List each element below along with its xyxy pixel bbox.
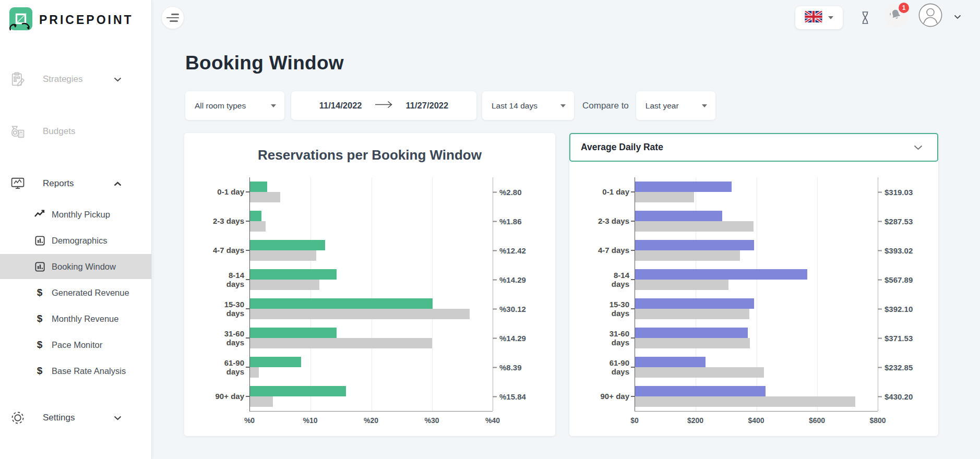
compare-to-select[interactable]: Last year xyxy=(636,91,715,120)
bar-current-period xyxy=(250,357,301,367)
sidebar-item-reports[interactable]: Reports xyxy=(0,169,151,198)
sidebar-item-budgets[interactable]: Budgets xyxy=(0,117,151,146)
value-tick xyxy=(493,191,497,192)
bar-last-year xyxy=(635,367,764,378)
value-tick xyxy=(493,250,497,251)
category-label: 8-14 days xyxy=(567,271,629,289)
sidebar-item-monthly-pickup[interactable]: Monthly Pickup xyxy=(0,202,151,227)
date-from-input[interactable]: 11/14/2022 xyxy=(319,101,362,111)
hourglass-icon[interactable] xyxy=(859,11,871,27)
sidebar-item-label: Pace Monitor xyxy=(52,340,102,350)
sidebar-item-demographics[interactable]: Demographics xyxy=(0,228,151,253)
dropdown-arrow-icon xyxy=(828,16,833,19)
chart-row: 2-3 days$287.53 xyxy=(635,207,878,236)
bar-current-period xyxy=(635,298,754,309)
sidebar-item-base-rate-analysis[interactable]: $ Base Rate Analysis xyxy=(0,358,151,383)
bar-current-period xyxy=(635,386,766,396)
category-label: 90+ day xyxy=(567,392,629,401)
value-label: $319.03 xyxy=(878,188,913,197)
room-type-value: All room types xyxy=(195,101,246,111)
x-axis-tick-label: %20 xyxy=(364,416,378,425)
money-bag-calculator-icon xyxy=(7,123,28,140)
room-type-select[interactable]: All room types xyxy=(185,91,284,120)
x-axis-tick-label: %0 xyxy=(244,416,255,425)
bar-last-year xyxy=(250,338,432,348)
sidebar-item-generated-revenue[interactable]: $ Generated Revenue xyxy=(0,280,151,305)
axis-tick xyxy=(246,250,250,251)
dollar-icon: $ xyxy=(33,339,46,351)
value-label: %2.80 xyxy=(493,188,522,197)
chart-row: 90+ day$430.20 xyxy=(635,382,878,411)
filter-bar: All room types 11/14/2022 11/27/2022 Las… xyxy=(185,91,715,120)
page-title: Booking Window xyxy=(185,52,344,74)
bar-current-period xyxy=(250,298,433,309)
value-text: %15.84 xyxy=(499,392,526,401)
metric-select[interactable]: Average Daily Rate xyxy=(569,133,938,162)
category-label: 4-7 days xyxy=(182,246,244,255)
bar-current-period xyxy=(635,182,732,192)
category-label: 31-60 days xyxy=(567,329,629,347)
user-avatar[interactable] xyxy=(918,3,942,29)
category-label: 31-60 days xyxy=(182,329,244,347)
value-label: $567.89 xyxy=(878,275,913,284)
notifications-button[interactable]: 1 xyxy=(884,4,908,28)
value-tick xyxy=(878,337,882,339)
category-label: 0-1 day xyxy=(567,187,629,196)
sidebar-item-label: Settings xyxy=(43,413,75,423)
language-selector[interactable] xyxy=(795,6,843,29)
value-text: %1.86 xyxy=(499,217,522,226)
notification-badge: 1 xyxy=(899,3,909,13)
value-text: %8.39 xyxy=(499,363,522,372)
axis-tick xyxy=(246,191,250,192)
chart-plot-area: 0-1 day$319.032-3 days$287.534-7 days$39… xyxy=(635,177,878,412)
chart-row: 4-7 days%12.42 xyxy=(250,236,493,265)
bar-current-period xyxy=(635,328,748,338)
sidebar-item-label: Monthly Revenue xyxy=(52,314,118,324)
uk-flag-icon xyxy=(805,11,822,25)
sidebar: PRICEPOINT Strategies xyxy=(0,0,152,459)
category-label: 8-14 days xyxy=(182,271,244,289)
x-axis-tick-label: %10 xyxy=(303,416,317,425)
bar-last-year xyxy=(635,396,855,407)
bar-current-period xyxy=(635,211,722,221)
compare-to-value: Last year xyxy=(646,101,679,111)
chevron-up-icon xyxy=(114,179,122,188)
sidebar-item-booking-window[interactable]: Booking Window xyxy=(0,254,151,279)
value-text: $232.85 xyxy=(885,363,913,372)
x-axis-tick-label: $600 xyxy=(809,416,825,425)
user-menu-chevron-icon[interactable] xyxy=(954,12,961,21)
value-text: $567.89 xyxy=(885,275,913,284)
chart-plot-area: 0-1 day%2.802-3 days%1.864-7 days%12.428… xyxy=(249,177,493,412)
date-to-input[interactable]: 11/27/2022 xyxy=(406,101,449,111)
value-label: $430.20 xyxy=(878,392,913,401)
gear-icon xyxy=(7,409,28,426)
right-arrow-icon xyxy=(375,101,393,111)
category-label: 2-3 days xyxy=(182,216,244,225)
gridline xyxy=(493,177,493,411)
trend-line-icon xyxy=(33,208,46,221)
chevron-down-icon xyxy=(914,143,923,152)
value-tick xyxy=(878,396,882,397)
sidebar-item-pace-monitor[interactable]: $ Pace Monitor xyxy=(0,332,151,357)
sidebar-item-monthly-revenue[interactable]: $ Monthly Revenue xyxy=(0,306,151,331)
date-range-picker[interactable]: 11/14/2022 11/27/2022 xyxy=(291,91,476,120)
value-label: $232.85 xyxy=(878,363,913,372)
sidebar-item-label: Generated Revenue xyxy=(52,288,129,298)
sidebar-item-settings[interactable]: Settings xyxy=(0,403,151,432)
chart-row: 2-3 days%1.86 xyxy=(250,207,493,236)
date-preset-select[interactable]: Last 14 days xyxy=(482,91,574,120)
value-text: $430.20 xyxy=(885,392,913,401)
axis-tick xyxy=(631,279,635,280)
hamburger-menu-button[interactable] xyxy=(161,6,184,29)
bar-last-year xyxy=(250,367,259,378)
clipped-swap-arrows-icon xyxy=(7,21,35,32)
average-daily-rate-chart: 0-1 day$319.032-3 days$287.534-7 days$39… xyxy=(569,177,938,428)
sidebar-item-label: Strategies xyxy=(43,74,83,84)
axis-tick xyxy=(246,367,250,368)
value-label: $371.53 xyxy=(878,334,913,343)
sidebar-item-label: Budgets xyxy=(43,126,75,137)
chart-row: 0-1 day%2.80 xyxy=(250,177,493,207)
chart-row: 15-30 days%30.12 xyxy=(250,294,493,323)
value-tick xyxy=(493,279,497,280)
sidebar-item-strategies[interactable]: Strategies xyxy=(0,65,151,94)
